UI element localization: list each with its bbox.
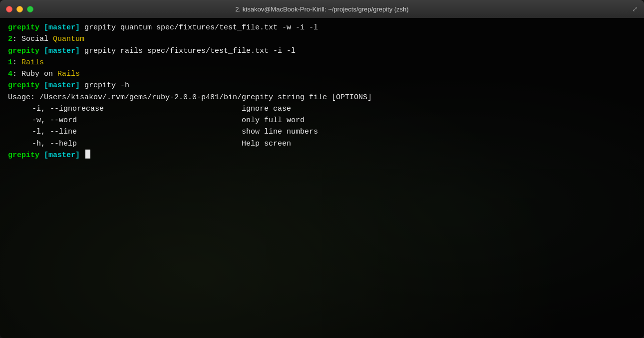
help-desc: Help screen	[242, 138, 291, 150]
result-number: 1	[8, 57, 12, 68]
maximize-button[interactable]	[27, 6, 33, 12]
help-desc: only full word	[242, 115, 305, 126]
prompt-branch: [master]	[44, 45, 80, 57]
prompt-space	[39, 22, 44, 33]
result-number: 2	[8, 33, 12, 45]
terminal-line: 4 : Ruby on Rails	[8, 68, 636, 80]
prompt-name: grepity	[8, 150, 39, 161]
prompt-branch: [master]	[44, 22, 80, 33]
expand-icon[interactable]: ⤢	[632, 5, 638, 13]
result-colon: : Ruby on	[12, 68, 57, 80]
command-text: grepity quantum spec/fixtures/test_file.…	[80, 22, 318, 33]
help-flag: -i, --ignorecase	[32, 103, 242, 115]
prompt-name: grepity	[8, 45, 39, 57]
terminal-line: -l, --line show line numbers	[8, 126, 636, 138]
terminal-line: grepity [master] grepity -h	[8, 80, 636, 91]
terminal-line: -i, --ignorecase ignore case	[8, 103, 636, 115]
minimize-button[interactable]	[16, 6, 23, 12]
result-colon: : Social	[12, 33, 53, 45]
prompt-space	[39, 150, 44, 161]
prompt-branch: [master]	[44, 80, 80, 91]
help-desc: ignore case	[242, 103, 291, 115]
terminal-line: -w, --word only full word	[8, 115, 636, 126]
help-flag: -l, --line	[32, 126, 242, 138]
traffic-lights	[6, 6, 33, 12]
terminal-line: 2 : Social Quantum	[8, 33, 636, 45]
result-highlight: Rails	[57, 68, 80, 80]
terminal-line: grepity [master] grepity quantum spec/fi…	[8, 22, 636, 33]
close-button[interactable]	[6, 6, 12, 12]
terminal-body[interactable]: grepity [master] grepity quantum spec/fi…	[0, 18, 644, 338]
terminal-line: grepity [master] grepity rails spec/fixt…	[8, 45, 636, 57]
result-highlight: Rails	[21, 57, 44, 68]
prompt-name: grepity	[8, 22, 39, 33]
titlebar: 2. kisakov@MacBook-Pro-Kirill: ~/project…	[0, 0, 644, 18]
prompt-name: grepity	[8, 80, 39, 91]
usage-text: Usage: /Users/kisakov/.rvm/gems/ruby-2.0…	[8, 92, 372, 103]
result-colon: :	[12, 57, 21, 68]
terminal-line: Usage: /Users/kisakov/.rvm/gems/ruby-2.0…	[8, 92, 636, 103]
help-desc: show line numbers	[242, 126, 318, 138]
help-flag: -w, --word	[32, 115, 242, 126]
prompt-branch: [master]	[44, 150, 80, 161]
terminal-line: -h, --help Help screen	[8, 138, 636, 150]
indent	[8, 103, 32, 115]
terminal-window: 2. kisakov@MacBook-Pro-Kirill: ~/project…	[0, 0, 644, 338]
help-flag: -h, --help	[32, 138, 242, 150]
indent	[8, 126, 32, 138]
result-number: 4	[8, 68, 12, 80]
prompt-space	[39, 45, 44, 57]
terminal-line: 1 : Rails	[8, 57, 636, 68]
terminal-content: grepity [master] grepity quantum spec/fi…	[8, 22, 636, 161]
prompt-space	[39, 80, 44, 91]
indent	[8, 115, 32, 126]
terminal-line: grepity [master]	[8, 150, 636, 161]
command-text	[80, 150, 84, 161]
cursor	[85, 150, 90, 159]
window-title: 2. kisakov@MacBook-Pro-Kirill: ~/project…	[235, 5, 408, 13]
command-text: grepity rails spec/fixtures/test_file.tx…	[80, 45, 296, 57]
indent	[8, 138, 32, 150]
command-text: grepity -h	[80, 80, 129, 91]
result-highlight: Quantum	[53, 33, 84, 45]
